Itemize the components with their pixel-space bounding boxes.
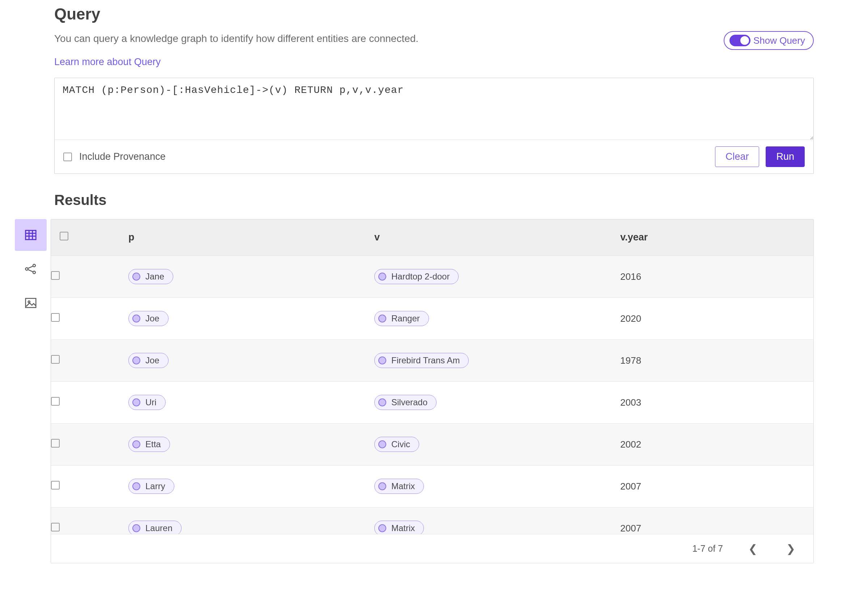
entity-pill-p[interactable]: Joe <box>128 353 168 368</box>
toggle-switch-icon <box>729 35 750 46</box>
prev-page-button[interactable]: ❮ <box>745 541 761 556</box>
row-checkbox[interactable] <box>51 523 60 531</box>
entity-pill-v[interactable]: Silverado <box>374 395 437 410</box>
svg-point-6 <box>33 264 35 267</box>
table-row: LaurenMatrix2007 <box>51 507 813 534</box>
entity-pill-label: Civic <box>391 439 410 450</box>
table-row: JoeRanger2020 <box>51 298 813 339</box>
svg-rect-10 <box>26 298 36 307</box>
entity-dot-icon <box>132 357 140 364</box>
entity-pill-v[interactable]: Ranger <box>374 311 429 326</box>
entity-pill-p[interactable]: Joe <box>128 311 168 326</box>
page-title: Query <box>54 5 814 23</box>
entity-dot-icon <box>132 398 140 406</box>
image-view-button[interactable] <box>15 287 47 319</box>
clear-button[interactable]: Clear <box>715 146 760 167</box>
year-cell: 2007 <box>611 481 813 492</box>
entity-dot-icon <box>132 440 140 448</box>
table-row: JaneHardtop 2-door2016 <box>51 256 813 298</box>
entity-pill-label: Joe <box>145 314 159 324</box>
svg-line-9 <box>28 270 33 272</box>
row-checkbox[interactable] <box>51 313 60 322</box>
results-table: p v v.year JaneHardtop 2-door2016JoeRang… <box>51 220 813 534</box>
table-icon <box>24 228 38 242</box>
year-cell: 2003 <box>611 397 813 408</box>
table-view-button[interactable] <box>15 219 47 251</box>
column-header-p[interactable]: p <box>120 220 366 256</box>
next-page-button[interactable]: ❯ <box>782 541 799 556</box>
entity-pill-v[interactable]: Hardtop 2-door <box>374 269 459 284</box>
run-button[interactable]: Run <box>766 146 805 167</box>
entity-pill-p[interactable]: Etta <box>128 437 170 452</box>
results-table-scroll[interactable]: p v v.year JaneHardtop 2-door2016JoeRang… <box>51 220 813 534</box>
table-row: EttaCivic2002 <box>51 423 813 465</box>
entity-pill-v[interactable]: Firebird Trans Am <box>374 353 469 368</box>
entity-dot-icon <box>378 398 386 406</box>
query-input[interactable] <box>55 78 813 140</box>
entity-pill-p[interactable]: Larry <box>128 479 174 494</box>
include-provenance-label: Include Provenance <box>79 151 165 162</box>
entity-dot-icon <box>378 357 386 364</box>
row-checkbox[interactable] <box>51 355 60 364</box>
graph-view-button[interactable] <box>15 253 47 285</box>
entity-dot-icon <box>378 440 386 448</box>
entity-pill-label: Firebird Trans Am <box>391 355 460 366</box>
entity-pill-label: Larry <box>145 481 165 491</box>
header-checkbox-cell <box>51 220 120 256</box>
entity-dot-icon <box>378 482 386 490</box>
entity-pill-label: Matrix <box>391 481 415 491</box>
show-query-toggle[interactable]: Show Query <box>724 31 814 50</box>
graph-icon <box>24 262 38 276</box>
results-panel: p v v.year JaneHardtop 2-door2016JoeRang… <box>51 219 814 563</box>
show-query-label: Show Query <box>753 35 805 46</box>
entity-pill-v[interactable]: Matrix <box>374 520 424 534</box>
table-row: UriSilverado2003 <box>51 382 813 423</box>
entity-pill-label: Silverado <box>391 397 428 407</box>
entity-pill-label: Jane <box>145 271 164 282</box>
row-checkbox[interactable] <box>51 439 60 448</box>
query-box: Include Provenance Clear Run <box>54 78 814 174</box>
row-checkbox[interactable] <box>51 271 60 280</box>
table-row: JoeFirebird Trans Am1978 <box>51 339 813 382</box>
column-header-v[interactable]: v <box>366 220 611 256</box>
entity-pill-label: Lauren <box>145 523 173 533</box>
year-cell: 2007 <box>611 523 813 534</box>
entity-dot-icon <box>132 273 140 280</box>
intro-text: You can query a knowledge graph to ident… <box>54 31 418 46</box>
learn-more-link[interactable]: Learn more about Query <box>54 56 161 68</box>
select-all-checkbox[interactable] <box>60 232 68 240</box>
svg-point-5 <box>25 268 28 270</box>
entity-pill-v[interactable]: Civic <box>374 437 419 452</box>
results-title: Results <box>54 192 814 208</box>
entity-pill-label: Ranger <box>391 314 420 324</box>
entity-dot-icon <box>378 524 386 532</box>
entity-pill-label: Joe <box>145 355 159 366</box>
table-row: LarryMatrix2007 <box>51 465 813 507</box>
include-provenance-checkbox[interactable] <box>63 153 72 161</box>
year-cell: 2016 <box>611 271 813 282</box>
entity-pill-label: Hardtop 2-door <box>391 271 450 282</box>
view-switcher <box>11 219 51 563</box>
entity-dot-icon <box>132 524 140 532</box>
entity-pill-v[interactable]: Matrix <box>374 479 424 494</box>
pagination-range: 1-7 of 7 <box>692 543 723 554</box>
image-icon <box>24 296 38 310</box>
entity-dot-icon <box>378 314 386 323</box>
year-cell: 2002 <box>611 439 813 450</box>
pagination-bar: 1-7 of 7 ❮ ❯ <box>51 534 813 563</box>
entity-pill-label: Etta <box>145 439 161 450</box>
row-checkbox[interactable] <box>51 481 60 489</box>
svg-line-8 <box>28 266 33 268</box>
entity-pill-label: Matrix <box>391 523 415 533</box>
column-header-year[interactable]: v.year <box>611 220 813 256</box>
entity-pill-p[interactable]: Lauren <box>128 520 182 534</box>
entity-dot-icon <box>378 273 386 280</box>
entity-pill-p[interactable]: Uri <box>128 395 165 410</box>
entity-pill-p[interactable]: Jane <box>128 269 173 284</box>
year-cell: 1978 <box>611 355 813 366</box>
entity-dot-icon <box>132 314 140 323</box>
entity-pill-label: Uri <box>145 397 156 407</box>
year-cell: 2020 <box>611 313 813 324</box>
svg-rect-0 <box>26 230 36 239</box>
row-checkbox[interactable] <box>51 397 60 405</box>
